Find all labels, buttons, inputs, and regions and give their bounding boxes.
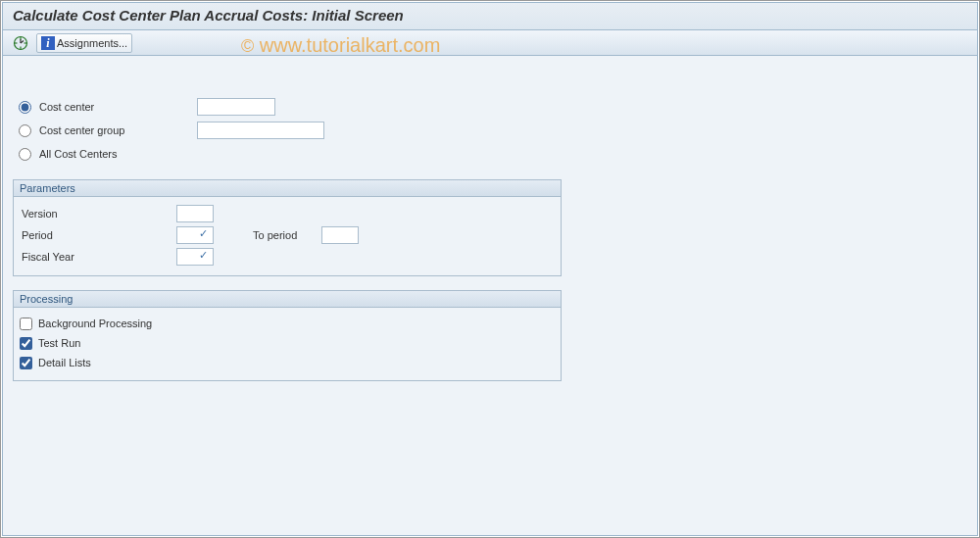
period-input[interactable]	[176, 226, 214, 244]
content-area: Cost center Cost center group All Cost C…	[3, 56, 977, 535]
processing-group-title: Processing	[14, 291, 561, 308]
processing-group: Processing Background Processing Test Ru…	[13, 290, 562, 381]
assignments-button[interactable]: i Assignments...	[36, 33, 132, 53]
processing-group-body: Background Processing Test Run Detail Li…	[14, 308, 561, 380]
parameters-group-body: Version Period To period Fiscal Year	[14, 197, 561, 275]
to-period-input[interactable]	[321, 226, 359, 244]
to-period-label: To period	[253, 229, 321, 241]
fiscal-year-row: Fiscal Year	[20, 246, 551, 268]
test-run-label[interactable]: Test Run	[38, 337, 80, 349]
fiscal-year-input[interactable]	[176, 248, 214, 266]
radio-row-cost-center-group: Cost center group	[19, 119, 967, 142]
cost-center-group-label[interactable]: Cost center group	[39, 124, 191, 136]
cost-center-group-input[interactable]	[197, 122, 324, 139]
radio-row-cost-center: Cost center	[19, 95, 967, 119]
radio-row-all-cost-centers: All Cost Centers	[19, 142, 967, 166]
cost-center-input[interactable]	[197, 98, 275, 116]
test-run-checkbox[interactable]	[20, 337, 32, 350]
page-title: Calculate Cost Center Plan Accrual Costs…	[13, 7, 404, 24]
info-icon: i	[41, 36, 55, 50]
background-processing-label[interactable]: Background Processing	[38, 318, 152, 329]
title-bar: Calculate Cost Center Plan Accrual Costs…	[3, 3, 977, 30]
detail-lists-checkbox[interactable]	[20, 357, 32, 369]
cost-center-label[interactable]: Cost center	[39, 101, 191, 113]
version-label: Version	[20, 208, 176, 220]
all-cost-centers-radio[interactable]	[19, 148, 31, 161]
app-frame: Calculate Cost Center Plan Accrual Costs…	[2, 2, 978, 536]
version-input[interactable]	[176, 205, 214, 222]
period-label: Period	[20, 229, 176, 241]
version-row: Version	[20, 203, 551, 224]
all-cost-centers-label[interactable]: All Cost Centers	[39, 148, 191, 160]
toolbar: i Assignments...	[3, 30, 977, 56]
detail-lists-label[interactable]: Detail Lists	[38, 357, 91, 368]
testrun-row: Test Run	[20, 333, 551, 353]
parameters-group-title: Parameters	[14, 180, 561, 197]
selection-block: Cost center Cost center group All Cost C…	[13, 95, 967, 166]
period-row: Period To period	[20, 224, 551, 246]
background-row: Background Processing	[20, 314, 551, 333]
cost-center-radio[interactable]	[19, 101, 31, 114]
fiscal-year-label: Fiscal Year	[20, 251, 176, 263]
background-processing-checkbox[interactable]	[20, 318, 32, 330]
assignments-label: Assignments...	[57, 37, 127, 49]
execute-button[interactable]	[11, 33, 30, 53]
parameters-group: Parameters Version Period To period Fisc…	[13, 179, 562, 276]
execute-icon	[13, 35, 28, 51]
detaillists-row: Detail Lists	[20, 353, 551, 372]
cost-center-group-radio[interactable]	[19, 124, 31, 137]
